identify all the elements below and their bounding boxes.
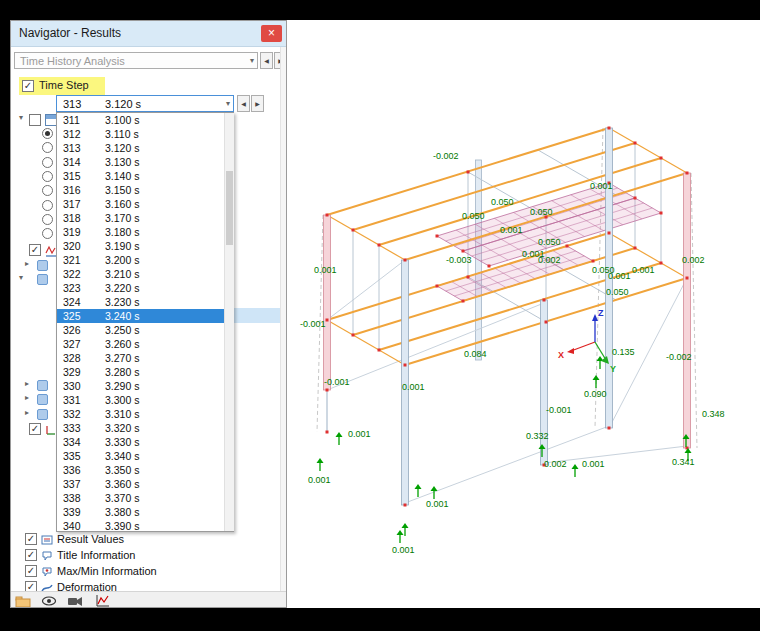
result-annotation: 0.341 <box>672 457 695 467</box>
node-marker <box>326 214 329 217</box>
result-annotation: 0.002 <box>682 255 705 265</box>
time-step-option[interactable]: 3173.160 s <box>57 197 233 211</box>
result-annotation: 0.001 <box>348 429 371 439</box>
node-marker <box>462 300 465 303</box>
node-marker <box>634 197 637 200</box>
result-annotation: 0.002 <box>538 255 561 265</box>
node-marker <box>660 212 663 215</box>
node-marker <box>404 504 407 507</box>
time-step-option[interactable]: 3233.220 s <box>57 281 233 295</box>
time-step-option[interactable]: 3323.310 s <box>57 407 233 421</box>
time-step-option[interactable]: 3383.370 s <box>57 491 233 505</box>
dropdown-scrollbar-thumb[interactable] <box>226 171 233 245</box>
time-step-option[interactable]: 3293.280 s <box>57 365 233 379</box>
node-marker <box>378 244 381 247</box>
axis-x-label: X <box>558 350 564 360</box>
time-step-option[interactable]: 3313.300 s <box>57 393 233 407</box>
result-annotation: 0.001 <box>426 499 449 509</box>
node-marker <box>436 235 439 238</box>
result-annotation: 0.135 <box>612 347 635 357</box>
screen: Navigator - Results × Time History Analy… <box>0 0 760 631</box>
time-step-dropdown[interactable]: 3113.100 s3123.110 s3133.120 s3143.130 s… <box>56 112 234 532</box>
time-step-option[interactable]: 3263.250 s <box>57 323 233 337</box>
time-step-option[interactable]: 3303.290 s <box>57 379 233 393</box>
brace-members <box>327 260 687 503</box>
result-type-radio[interactable] <box>42 157 53 168</box>
result-annotation: -0.003 <box>446 255 472 265</box>
node-marker <box>404 259 407 262</box>
time-step-option[interactable]: 3163.150 s <box>57 183 233 197</box>
axis-y-label: Y <box>610 364 616 374</box>
result-type-radio[interactable] <box>42 185 53 196</box>
node-marker <box>608 232 611 235</box>
navigator-panel: Navigator - Results × Time History Analy… <box>10 20 287 608</box>
time-step-option[interactable]: 3363.350 s <box>57 463 233 477</box>
result-annotation: -0.002 <box>433 151 459 161</box>
result-type-radio[interactable] <box>42 214 53 225</box>
node-marker <box>378 349 381 352</box>
time-step-option[interactable]: 3343.330 s <box>57 435 233 449</box>
result-annotation: 0.001 <box>308 475 331 485</box>
time-step-option[interactable]: 3153.140 s <box>57 169 233 183</box>
result-annotation: -0.002 <box>666 352 692 362</box>
result-annotation: 0.001 <box>314 265 337 275</box>
node-marker <box>467 276 470 279</box>
result-annotation: -0.001 <box>324 377 350 387</box>
result-type-radio[interactable] <box>42 228 53 239</box>
node-marker <box>326 319 329 322</box>
result-type-radio[interactable] <box>42 200 53 211</box>
time-step-option[interactable]: 3283.270 s <box>57 351 233 365</box>
result-annotation: 0.001 <box>402 382 425 392</box>
result-annotation: 0.001 <box>632 265 655 275</box>
node-marker <box>634 247 637 250</box>
node-marker <box>660 157 663 160</box>
time-step-option[interactable]: 3113.100 s <box>57 113 233 127</box>
time-step-option[interactable]: 3193.180 s <box>57 225 233 239</box>
time-step-option[interactable]: 3273.260 s <box>57 337 233 351</box>
result-type-radio[interactable] <box>42 171 53 182</box>
time-step-option[interactable]: 3253.240 s <box>57 309 233 323</box>
time-step-option[interactable]: 3333.320 s <box>57 421 233 435</box>
result-annotation: -0.001 <box>300 319 326 329</box>
result-annotation: 0.001 <box>590 181 613 191</box>
node-marker <box>543 299 546 302</box>
time-step-option[interactable]: 3213.200 s <box>57 253 233 267</box>
node-marker <box>488 265 491 268</box>
node-marker <box>686 277 689 280</box>
node-marker <box>545 321 548 324</box>
time-step-option[interactable]: 3143.130 s <box>57 155 233 169</box>
model-canvas[interactable]: -0.0020.0010.0500.0500.0500.0010.0500.00… <box>287 20 760 608</box>
node-marker <box>686 172 689 175</box>
node-marker <box>436 285 439 288</box>
node-marker <box>404 364 407 367</box>
time-step-option[interactable]: 3223.210 s <box>57 267 233 281</box>
time-step-option[interactable]: 3183.170 s <box>57 211 233 225</box>
node-marker <box>462 250 465 253</box>
node-marker <box>634 142 637 145</box>
time-step-option[interactable]: 3133.120 s <box>57 141 233 155</box>
node-marker <box>352 334 355 337</box>
result-type-radio[interactable] <box>42 142 53 153</box>
dropdown-scrollbar[interactable] <box>224 113 234 531</box>
result-annotation: 0.084 <box>464 349 487 359</box>
result-annotation: 0.348 <box>702 409 725 419</box>
node-marker <box>608 127 611 130</box>
support-arrows <box>317 356 692 543</box>
result-annotation: 0.050 <box>462 211 485 221</box>
result-type-radio[interactable] <box>42 128 53 139</box>
result-annotation: 0.001 <box>392 545 415 555</box>
time-step-option[interactable]: 3203.190 s <box>57 239 233 253</box>
node-marker <box>326 431 329 434</box>
time-step-option[interactable]: 3393.380 s <box>57 505 233 519</box>
node-marker <box>467 171 470 174</box>
viewport-3d[interactable]: -0.0020.0010.0500.0500.0500.0010.0500.00… <box>287 20 760 608</box>
result-annotation: 0.001 <box>582 459 605 469</box>
time-step-option[interactable]: 3353.340 s <box>57 449 233 463</box>
node-marker <box>608 427 611 430</box>
time-step-option[interactable]: 3373.360 s <box>57 477 233 491</box>
time-step-option[interactable]: 3403.390 s <box>57 519 233 533</box>
result-annotation: 0.050 <box>538 237 561 247</box>
result-annotation: 0.050 <box>530 207 553 217</box>
time-step-option[interactable]: 3123.110 s <box>57 127 233 141</box>
time-step-option[interactable]: 3243.230 s <box>57 295 233 309</box>
